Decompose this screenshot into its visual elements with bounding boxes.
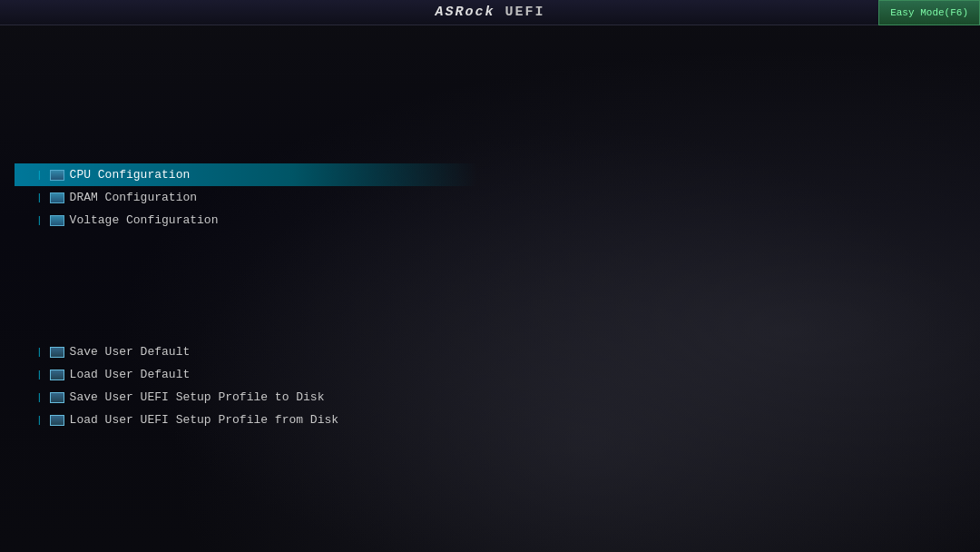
menu-item-load-default[interactable]: | Load User Default	[15, 363, 711, 386]
menu-label-save-disk: Save User UEFI Setup Profile to Disk	[70, 390, 325, 404]
bullet-load-disk: |	[36, 415, 43, 426]
load-icon-disk	[50, 415, 64, 426]
bullet-save-default: |	[36, 347, 43, 358]
save-icon-default	[50, 347, 64, 358]
bullet-load-default: |	[36, 370, 43, 380]
bullet-cpu: |	[36, 170, 43, 181]
profile-actions-section: | Save User Default | Load User Default …	[15, 340, 711, 431]
menu-label-voltage-config: Voltage Configuration	[70, 213, 219, 227]
menu-label-save-default: Save User Default	[70, 345, 191, 359]
menu-item-dram-config[interactable]: | DRAM Configuration	[15, 186, 711, 209]
bullet-voltage: |	[36, 215, 43, 226]
menu-item-save-profile-disk[interactable]: | Save User UEFI Setup Profile to Disk	[15, 386, 711, 409]
menu-item-save-default[interactable]: | Save User Default	[15, 340, 711, 363]
save-icon-disk	[50, 392, 64, 403]
main-container: ASRock UEFI Easy Mode(F6) ⊞ Main ◎ OC Tw…	[0, 0, 980, 552]
menu-item-load-profile-disk[interactable]: | Load User UEFI Setup Profile from Disk	[15, 409, 711, 431]
menu-label-cpu-config: CPU Configuration	[70, 168, 191, 182]
folder-icon-dram	[50, 192, 64, 203]
top-header: ASRock UEFI Easy Mode(F6)	[0, 0, 980, 25]
menu-item-cpu-config[interactable]: | CPU Configuration	[15, 163, 477, 186]
brand-logo: ASRock UEFI	[435, 5, 544, 20]
easy-mode-button[interactable]: Easy Mode(F6)	[878, 0, 980, 25]
menu-label-load-default: Load User Default	[70, 368, 191, 381]
folder-icon-cpu	[50, 170, 64, 181]
folder-icon-voltage	[50, 215, 64, 226]
menu-label-dram-config: DRAM Configuration	[70, 191, 197, 204]
background	[0, 0, 980, 552]
menu-item-voltage-config[interactable]: | Voltage Configuration	[15, 209, 711, 232]
load-icon-default	[50, 370, 64, 380]
bullet-save-disk: |	[36, 392, 43, 403]
bullet-dram: |	[36, 192, 43, 203]
menu-label-load-disk: Load User UEFI Setup Profile from Disk	[70, 413, 338, 427]
